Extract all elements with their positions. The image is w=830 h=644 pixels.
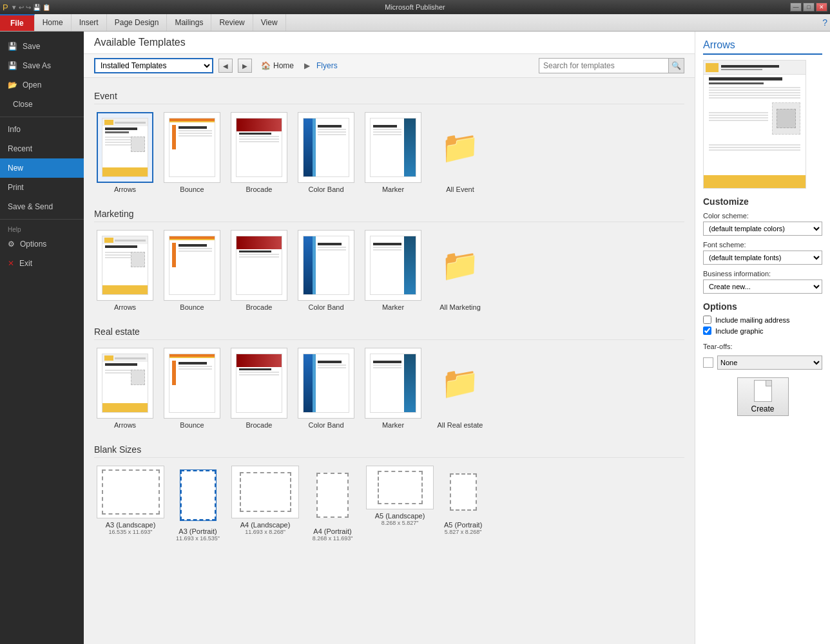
app-body: 💾 Save 💾 Save As 📂 Open Close Info Recen… [0,32,830,644]
business-info-select[interactable]: Create new... [703,279,822,294]
arrows-re-thumb [97,348,153,419]
color-scheme-select[interactable]: (default template colors) [703,222,822,236]
template-all-event[interactable]: 📁 All Event [429,109,491,196]
sidebar-item-print[interactable]: Print [0,178,84,197]
sidebar-divider-2 [0,219,84,220]
help-icon[interactable]: ? [822,17,827,28]
tab-page-design[interactable]: Page Design [107,14,168,31]
template-bounce-re[interactable]: Bounce [161,345,223,431]
back-button[interactable]: ◀ [218,59,233,73]
sidebar-item-save-as[interactable]: 💾 Save As [0,56,84,75]
template-a3-land[interactable]: A3 (Landscape) 16.535 x 11.693" [94,463,167,544]
save-as-icon: 💾 [8,61,17,70]
create-doc-icon [754,380,772,402]
color-scheme-label: Color scheme: [703,212,822,220]
template-marker-event[interactable]: Marker [362,109,424,196]
template-a4-land[interactable]: A4 (Landscape) 11.693 x 8.268" [229,463,302,544]
title-bar: P ▼ ↩ ↪ 💾 📋 Microsoft Publisher — □ ✕ [0,0,830,14]
template-arrows-mkt[interactable]: Arrows [94,227,156,314]
section-marketing: Marketing [94,206,684,222]
marker-re-label: Marker [382,421,404,429]
page-title: Available Templates [94,37,186,48]
tab-insert[interactable]: Insert [72,14,107,31]
sidebar-item-info[interactable]: Info [0,120,84,139]
template-brocade-re[interactable]: Brocade [228,345,290,431]
tab-view[interactable]: View [253,14,286,31]
sidebar-item-close[interactable]: Close [0,95,84,114]
template-marker-re[interactable]: Marker [362,345,424,431]
window-controls[interactable]: — □ ✕ [790,3,827,12]
font-scheme-select[interactable]: (default template fonts) [703,251,822,265]
template-arrows-event[interactable]: Arrows [94,109,156,196]
folder-icon-event: 📁 [441,129,479,166]
include-graphic-row[interactable]: Include graphic [703,327,822,335]
home-breadcrumb[interactable]: 🏠 Home [257,60,298,71]
sidebar-item-save[interactable]: 💾 Save [0,37,84,56]
marker-mkt-label: Marker [382,303,404,311]
tab-home[interactable]: Home [35,14,72,31]
tearoffs-select[interactable]: None [717,355,822,370]
sidebar-item-options[interactable]: ⚙ Options [0,234,84,254]
template-bounce-event[interactable]: Bounce [161,109,223,196]
template-a4-port[interactable]: A4 (Portrait) 8.268 x 11.693" [307,463,358,544]
template-all-re[interactable]: 📁 All Real estate [429,345,491,431]
include-graphic-checkbox[interactable] [703,327,711,335]
search-input[interactable] [539,59,668,72]
tab-file[interactable]: File [0,14,35,31]
search-container[interactable]: 🔍 [539,58,684,73]
sidebar-item-exit[interactable]: ✕ Exit [0,254,84,273]
include-mailing-row[interactable]: Include mailing address [703,316,822,324]
sidebar-item-recent[interactable]: Recent [0,139,84,158]
template-colorband-re[interactable]: Color Band [295,345,357,431]
event-templates-row: Arrows [94,109,684,196]
folder-icon-re: 📁 [441,365,479,401]
template-bounce-mkt[interactable]: Bounce [161,227,223,314]
template-all-mkt[interactable]: 📁 All Marketing [429,227,491,314]
template-marker-mkt[interactable]: Marker [362,227,424,314]
templates-select[interactable]: Installed Templates My Templates New fro… [94,58,213,73]
save-icon: 💾 [8,42,17,51]
sidebar-label-exit: Exit [19,259,32,268]
include-mailing-label: Include mailing address [715,316,790,324]
search-button[interactable]: 🔍 [668,59,684,73]
tab-review[interactable]: Review [211,14,253,31]
arrows-event-thumb [97,112,153,183]
sidebar-label-open: Open [23,80,41,90]
templates-scroll[interactable]: Event [84,78,695,644]
sidebar-label-close: Close [13,100,33,109]
toolbar-row: Installed Templates My Templates New fro… [84,54,695,78]
a5-port-thumb [445,466,482,518]
breadcrumb-separator: ▶ [304,61,310,70]
sidebar: 💾 Save 💾 Save As 📂 Open Close Info Recen… [0,32,84,644]
include-mailing-checkbox[interactable] [703,316,711,324]
marker-re-thumb [365,348,421,419]
template-dropdown[interactable]: Installed Templates My Templates New fro… [94,58,213,73]
template-a3-port[interactable]: A3 (Portrait) 11.693 x 16.535" [172,463,224,544]
bounce-event-thumb [164,112,220,183]
sidebar-label-new: New [8,164,23,173]
a3-port-label: A3 (Portrait) [179,527,217,535]
template-colorband-mkt[interactable]: Color Band [295,227,357,314]
colorband-mkt-thumb [298,230,354,301]
sidebar-item-save-send[interactable]: Save & Send [0,197,84,216]
minimize-button[interactable]: — [790,3,802,12]
sidebar-item-new[interactable]: New [0,158,84,178]
create-button[interactable]: Create [737,377,789,416]
sidebar-label-save-send: Save & Send [8,202,53,211]
close-button[interactable]: ✕ [816,3,827,12]
template-brocade-mkt[interactable]: Brocade [228,227,290,314]
template-a5-port[interactable]: A5 (Portrait) 5.827 x 8.268" [441,463,485,544]
tab-mailings[interactable]: Mailings [167,14,211,31]
a3-land-thumb [97,466,164,518]
template-a5-land[interactable]: A5 (Landscape) 8.268 x 5.827" [363,463,436,544]
forward-button[interactable]: ▶ [238,59,252,73]
sidebar-item-open[interactable]: 📂 Open [0,75,84,95]
template-brocade-event[interactable]: Brocade [228,109,290,196]
template-arrows-re[interactable]: Arrows [94,345,156,431]
sidebar-help-section: Help [0,222,84,234]
bounce-re-label: Bounce [180,421,204,429]
maximize-button[interactable]: □ [803,3,815,12]
marker-event-label: Marker [382,185,404,193]
breadcrumb-current[interactable]: Flyers [316,61,338,70]
template-colorband-event[interactable]: Color Band [295,109,357,196]
